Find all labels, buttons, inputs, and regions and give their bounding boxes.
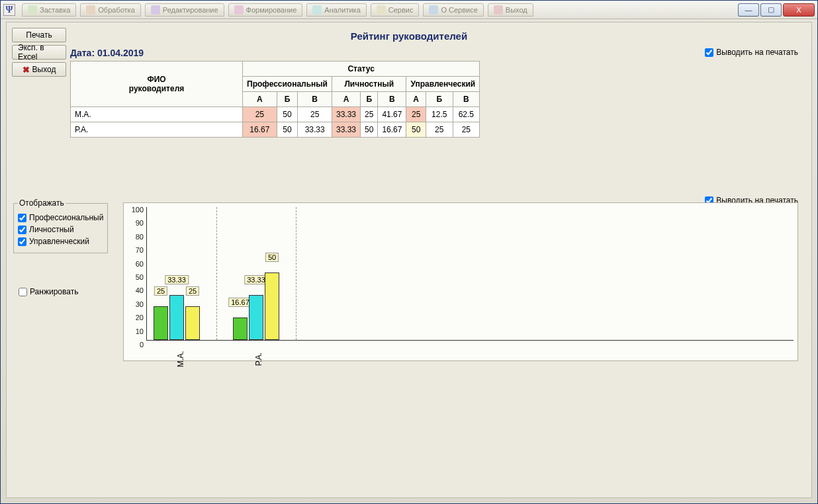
window-maximize-button[interactable]: ▢	[760, 3, 782, 17]
top-tab-7[interactable]: Выход	[488, 3, 533, 17]
top-tab-icon	[234, 5, 244, 15]
cell: 41.67	[378, 107, 406, 122]
col-sub: Б	[277, 92, 298, 107]
rank-checkbox-label: Ранжировать	[30, 287, 78, 296]
top-tab-label: Сервис	[388, 6, 414, 14]
cell: 33.33	[298, 122, 332, 138]
bar	[233, 317, 248, 340]
bar	[185, 306, 200, 340]
row-name: Р.А.	[71, 122, 243, 138]
top-tab-icon	[494, 5, 503, 15]
cell: 33.33	[332, 107, 361, 122]
display-checkbox-1[interactable]: Личностный	[18, 224, 103, 235]
y-tick-label: 60	[136, 260, 144, 268]
exit-button-label: Выход	[32, 65, 56, 74]
y-tick-label: 30	[136, 300, 144, 308]
x-category-label: Р.А.	[254, 353, 263, 366]
display-checkbox-input[interactable]	[18, 226, 26, 234]
display-checkbox-input[interactable]	[18, 214, 26, 222]
print-table-checkbox-label: Выводить на печатать	[716, 48, 798, 57]
bar	[169, 295, 184, 340]
top-tab-strip: ЗаставкаОбработкаРедактированиеФормирова…	[22, 3, 734, 17]
y-tick-label: 80	[136, 233, 144, 241]
display-checkbox-0[interactable]: Профессиональный	[18, 212, 103, 224]
col-group-2: Управленческий	[406, 77, 480, 92]
table-row: Р.А.16.675033.3333.335016.67502525	[71, 122, 480, 138]
col-sub: В	[378, 92, 406, 107]
y-tick-label: 40	[136, 286, 144, 294]
bar	[154, 306, 168, 340]
top-tab-label: Аналитика	[324, 6, 360, 14]
cell: 25	[243, 107, 277, 122]
top-tab-3[interactable]: Формирование	[228, 3, 303, 17]
date-label: Дата: 01.04.2019	[70, 48, 144, 58]
top-tab-label: О Сервисе	[441, 6, 477, 14]
print-table-checkbox[interactable]: Выводить на печатать	[705, 48, 798, 57]
col-status: Статус	[243, 62, 480, 77]
display-checkbox-label: Профессиональный	[29, 213, 103, 222]
top-tab-0[interactable]: Заставка	[22, 3, 76, 17]
top-tab-icon	[377, 5, 386, 15]
display-panel: Отображать ПрофессиональныйЛичностныйУпр…	[13, 198, 108, 253]
cell: 16.67	[378, 122, 406, 138]
y-tick-label: 70	[136, 246, 144, 254]
cell: 25	[406, 107, 426, 122]
top-tab-5[interactable]: Сервис	[371, 3, 420, 17]
top-tab-1[interactable]: Обработка	[80, 3, 140, 17]
col-fio-l1: ФИО	[147, 75, 165, 84]
rank-checkbox[interactable]: Ранжировать	[19, 287, 78, 296]
top-tab-4[interactable]: Аналитика	[306, 3, 366, 17]
top-tab-label: Выход	[506, 6, 527, 14]
display-checkbox-label: Личностный	[29, 225, 74, 234]
top-tab-label: Формирование	[246, 6, 297, 14]
table-row: М.А.25502533.332541.672512.562.5	[71, 107, 480, 122]
top-tab-6[interactable]: О Сервисе	[423, 3, 483, 17]
col-fio-l2: руководителя	[129, 84, 185, 93]
bar	[249, 295, 263, 340]
row-name: М.А.	[71, 107, 243, 122]
top-tab-icon	[312, 5, 322, 15]
cell: 62.5	[453, 107, 480, 122]
cell: 25	[361, 107, 378, 122]
window-minimize-button[interactable]: —	[738, 3, 759, 17]
cell: 50	[361, 122, 378, 138]
window-close-button[interactable]: X	[783, 3, 815, 17]
cell: 50	[406, 122, 426, 138]
col-sub: А	[243, 92, 277, 107]
cell: 16.67	[243, 122, 277, 138]
display-checkbox-input[interactable]	[18, 237, 26, 246]
chart-area: 0102030405060708090100 2533.3325М.А.16.6…	[123, 202, 798, 361]
cell: 12.5	[426, 107, 453, 122]
cell: 25	[298, 107, 332, 122]
col-group-0: Профессиональный	[243, 77, 332, 92]
y-tick-label: 90	[136, 219, 144, 227]
content-frame: Печать Эксп. в Excel ✖ Выход Рейтинг рук…	[6, 22, 812, 498]
exit-button[interactable]: ✖ Выход	[12, 62, 66, 77]
group-guide	[296, 207, 296, 340]
col-sub: Б	[361, 92, 378, 107]
print-table-checkbox-input[interactable]	[705, 48, 713, 57]
bar-value-label: 25	[154, 286, 167, 296]
display-checkbox-2[interactable]: Управленческий	[18, 235, 103, 247]
bar-value-label: 25	[186, 286, 199, 296]
y-tick-label: 20	[136, 314, 144, 321]
rank-checkbox-input[interactable]	[19, 288, 27, 296]
cell: 33.33	[332, 122, 361, 138]
app-icon: Ψ	[3, 4, 15, 16]
col-sub: Б	[426, 92, 453, 107]
cell: 50	[277, 122, 298, 138]
top-tab-label: Заставка	[40, 6, 70, 14]
top-tab-icon	[28, 5, 37, 15]
top-tab-label: Редактирование	[163, 6, 218, 14]
col-sub: В	[453, 92, 480, 107]
y-tick-label: 10	[136, 327, 144, 335]
bar-value-label: 50	[265, 253, 279, 262]
col-sub: В	[298, 92, 332, 107]
top-tab-2[interactable]: Редактирование	[145, 3, 224, 17]
group-guide	[216, 207, 217, 340]
cell: 50	[277, 107, 298, 122]
titlebar: Ψ ЗаставкаОбработкаРедактированиеФормиро…	[1, 1, 817, 19]
export-excel-button[interactable]: Эксп. в Excel	[12, 45, 66, 60]
display-panel-legend: Отображать	[18, 198, 66, 208]
top-tab-icon	[429, 5, 438, 15]
